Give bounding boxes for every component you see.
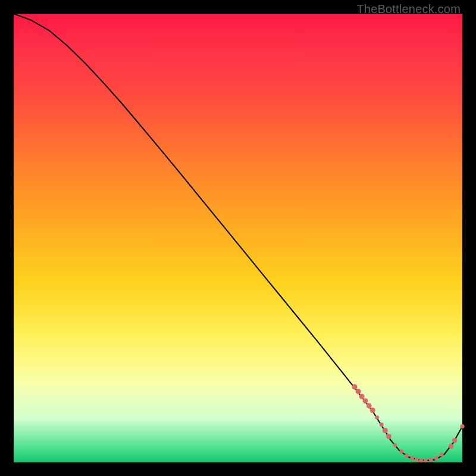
chart-frame: TheBottleneck.com (0, 0, 476, 476)
data-point (370, 408, 375, 413)
data-point (367, 403, 372, 409)
data-point (410, 456, 414, 461)
data-point (449, 444, 453, 449)
data-point (380, 422, 384, 427)
data-point (375, 415, 379, 419)
data-point (424, 459, 428, 463)
data-point (356, 389, 361, 394)
curve-layer (14, 14, 462, 462)
data-point (393, 443, 397, 447)
data-point (405, 453, 409, 458)
data-point (363, 398, 368, 403)
data-point (452, 438, 457, 443)
bottleneck-curve (14, 14, 462, 461)
data-point (386, 434, 392, 439)
data-point (399, 450, 403, 454)
data-point (415, 458, 419, 462)
data-point (429, 458, 433, 462)
data-point (383, 428, 388, 433)
data-point (440, 453, 444, 457)
data-point (434, 456, 439, 461)
data-point (460, 424, 464, 428)
plot-area (14, 14, 462, 462)
data-point (352, 384, 358, 390)
data-point (359, 394, 365, 399)
data-point (419, 459, 423, 463)
